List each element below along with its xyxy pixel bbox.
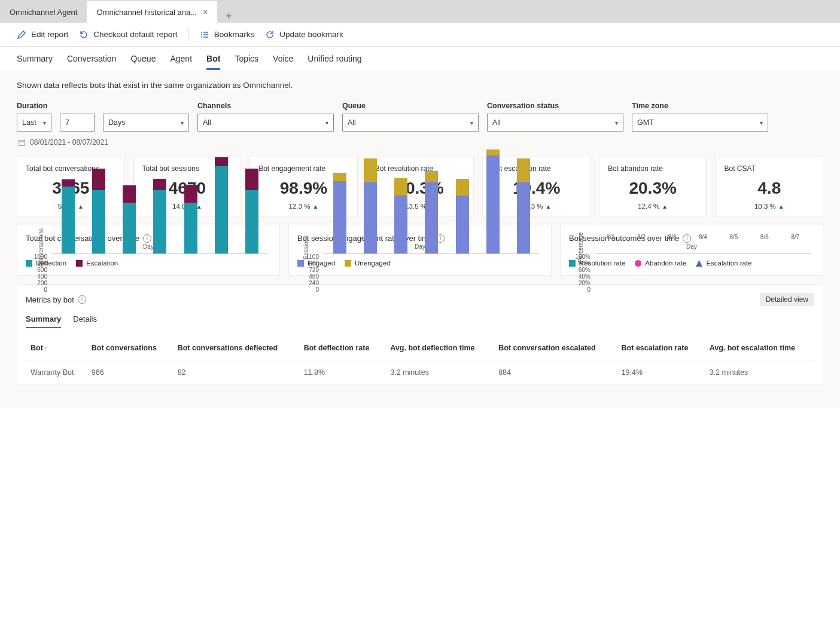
kpi-title: Total bot conversations [26,164,99,173]
close-icon[interactable]: × [203,7,208,17]
chevron-down-icon: ▾ [325,120,328,126]
channels-label: Channels [197,102,334,110]
kpi-title: Bot abandon rate [608,164,663,173]
bar [245,169,258,253]
chevron-down-icon: ▾ [43,120,46,126]
trend-up-icon: ▲ [78,203,84,210]
cell: 3.2 minutes [385,361,494,384]
x-axis-label: Day [415,243,425,250]
metrics-tab-details[interactable]: Details [73,314,97,328]
x-axis-label: Day [686,243,697,250]
kpi-value: 20.3% [629,179,676,198]
legend-item: Escalation rate [696,259,751,267]
toolbar: Edit report Checkout default report Book… [0,23,840,47]
bar [394,178,407,253]
kpi-row: Total bot conversations 3865 5.1 % ▲Tota… [17,157,823,216]
filter-row: Duration Last ▾ 7 Days ▾ Channels All ▾ [17,102,823,132]
info-icon[interactable]: i [78,295,86,304]
duration-mode-select[interactable]: Last ▾ [17,114,51,132]
cell: 19.4% [617,361,705,384]
toolbar-separator [188,28,189,41]
col-def-rate[interactable]: Bot deflection rate [299,335,386,361]
tab-unified[interactable]: Unified routing [308,54,361,70]
duration-count-input[interactable]: 7 [60,114,95,132]
bar [425,171,438,253]
col-esc-rate[interactable]: Bot escalation rate [617,335,705,361]
kpi-delta: 10.3 % ▲ [754,203,784,210]
bar [215,157,228,253]
queue-select[interactable]: All ▾ [342,114,479,132]
tab-bot[interactable]: Bot [206,54,220,70]
tz-select[interactable]: GMT ▾ [632,114,768,132]
tab-voice[interactable]: Voice [273,54,293,70]
status-label: Conversation status [487,102,623,110]
trend-up-icon: ▲ [312,203,318,210]
tab-queue[interactable]: Queue [130,54,156,70]
bookmarks-button[interactable]: Bookmarks [200,30,255,39]
col-escalated[interactable]: Bot conversation escalated [494,335,616,361]
sort-asc-icon: ↑ [44,344,48,352]
revert-icon [79,30,89,39]
trend-up-icon: ▲ [546,203,552,210]
kpi-value: 4.8 [757,179,781,198]
add-tab-button[interactable]: + [217,10,241,23]
tab-topics[interactable]: Topics [235,54,258,70]
tab-summary[interactable]: Summary [17,54,53,70]
bar [486,149,500,253]
col-conv[interactable]: Bot conversations [87,335,173,361]
metrics-tab-summary[interactable]: Summary [26,314,61,328]
bar [92,169,105,253]
svg-rect-0 [19,140,25,145]
chevron-down-icon: ▾ [470,120,473,126]
cell: 11.8% [299,361,386,384]
window-tab-active[interactable]: Omnichannel historical ana... × [87,1,217,23]
chevron-down-icon: ▾ [181,120,184,126]
metrics-card: Metrics by bot i Detailed view Summary D… [17,284,823,384]
duration-mode-value: Last [22,118,36,127]
cell: Warranty Bot [26,361,87,384]
kpi-delta: 12.4 % ▲ [638,203,668,210]
tab-conversation[interactable]: Conversation [67,54,117,70]
bar [62,179,75,253]
queue-value: All [348,118,356,127]
update-bookmark-button[interactable]: Update bookmark [265,30,343,39]
pencil-icon [17,30,26,39]
bar [184,185,197,253]
window-tab-inactive[interactable]: Omnichannel Agent [0,2,87,23]
checkout-button[interactable]: Checkout default report [79,30,177,39]
duration-unit-select[interactable]: Days ▾ [103,114,189,132]
tz-value: GMT [637,118,654,127]
col-avg-def-time[interactable]: Avg. bot deflection time [385,335,494,361]
refresh-icon [265,30,275,39]
bookmarks-label: Bookmarks [214,30,255,39]
col-bot[interactable]: Bot↑ [26,335,87,361]
window-tab-bar: Omnichannel Agent Omnichannel historical… [0,0,840,23]
col-avg-esc-time[interactable]: Avg. bot escalation time [705,335,814,361]
charts-row: Total bot conversations over time i Conv… [17,225,823,276]
bar [517,158,530,253]
chart-card-conversations: Total bot conversations over time i Conv… [17,225,280,276]
cell: 82 [173,361,299,384]
metrics-title: Metrics by bot [26,295,74,304]
chart-card-outcomes: Bot session outcomes over time i Percent… [560,225,823,276]
edit-report-button[interactable]: Edit report [17,30,68,39]
kpi-delta: 12.3 % ▲ [289,203,319,210]
cell: 3.2 minutes [705,361,814,384]
table-row[interactable]: Warranty Bot9668211.8%3.2 minutes88419.4… [26,361,814,384]
col-deflected[interactable]: Bot conversations deflected [173,335,299,361]
chart-card-engagement: Bot session engagement rate over time i … [288,225,552,276]
kpi-title: Bot CSAT [724,164,755,173]
channels-select[interactable]: All ▾ [197,114,334,132]
report-tabs: Summary Conversation Queue Agent Bot Top… [0,47,840,70]
cell: 966 [87,361,173,384]
calendar-icon [17,138,26,147]
status-select[interactable]: All ▾ [487,114,623,132]
window-tab-label: Omnichannel historical ana... [96,8,197,17]
svg-marker-13 [696,260,702,267]
tab-agent[interactable]: Agent [170,54,192,70]
chevron-down-icon: ▾ [615,120,618,126]
duration-label: Duration [17,102,51,110]
detailed-view-button[interactable]: Detailed view [760,293,814,306]
bar [456,179,469,253]
list-icon [200,30,209,39]
